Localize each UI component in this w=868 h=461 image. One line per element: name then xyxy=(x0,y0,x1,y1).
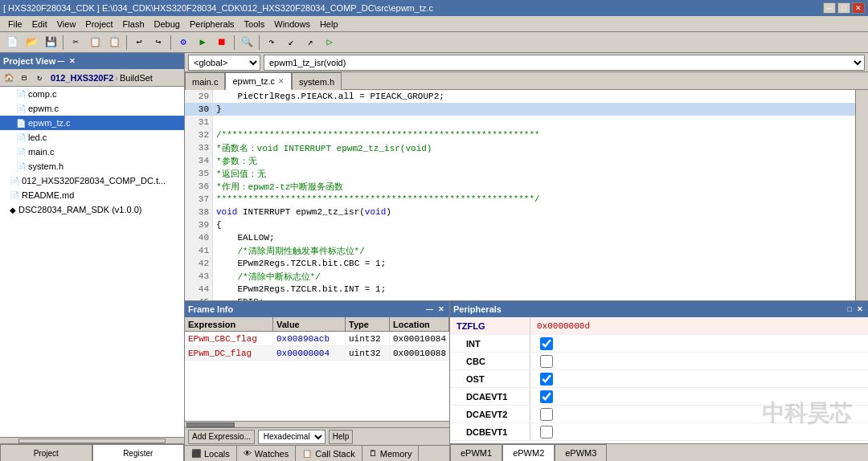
tab-memory-label: Memory xyxy=(380,449,412,459)
code-line-44: EPwm2Regs.TZCLR.bit.INT = 1; xyxy=(213,283,855,296)
sidebar-title: Project View xyxy=(3,56,55,66)
tab-system-h[interactable]: system.h xyxy=(292,72,342,90)
tree-item-epwm-tz[interactable]: 📄 epwm_tz.c xyxy=(0,116,184,130)
menu-tools[interactable]: Tools xyxy=(240,18,270,30)
code-line-40: EALLOW; xyxy=(213,231,855,244)
menu-peripherals[interactable]: Peripherals xyxy=(185,18,240,30)
peripherals-collapse-btn[interactable]: □ xyxy=(846,305,854,313)
ln-38: 38 xyxy=(185,206,212,218)
peri-check-ost[interactable] xyxy=(540,373,553,386)
peri-name-dcaevt1: DCAEVT1 xyxy=(450,388,530,405)
sidebar-collapse-btn[interactable]: — xyxy=(55,57,66,65)
undo-button[interactable]: ↩ xyxy=(130,35,148,51)
tab-memory[interactable]: 🗒 Memory xyxy=(362,446,420,461)
tab-label-main: main.c xyxy=(192,77,218,87)
step-into-button[interactable]: ↙ xyxy=(282,35,300,51)
tree-item-sdk[interactable]: ◆ DSC28034_RAM_SDK (v1.0.0) xyxy=(0,202,184,217)
scrollbar-thumb[interactable] xyxy=(186,422,235,427)
debug-run-button[interactable]: ▶ xyxy=(194,35,211,51)
peripherals-close-btn[interactable]: ✕ xyxy=(855,305,865,313)
sidebar-home-btn[interactable]: 🏠 xyxy=(2,71,16,85)
ln-37: 37 xyxy=(185,193,212,206)
minimize-button[interactable]: ─ xyxy=(823,2,836,14)
tree-item-system[interactable]: 📄 system.h xyxy=(0,159,184,173)
new-button[interactable]: 📄 xyxy=(3,35,21,51)
help-btn[interactable]: Help xyxy=(329,430,354,444)
menu-view[interactable]: View xyxy=(52,18,81,30)
col-type: Type xyxy=(346,317,390,331)
peri-check-dcaevt2[interactable] xyxy=(540,408,553,421)
build-button[interactable]: ⚙ xyxy=(174,35,192,51)
peri-tab-epwm3[interactable]: ePWM3 xyxy=(555,444,607,461)
tab-close-epwm-tz[interactable]: ✕ xyxy=(278,77,285,85)
frame-scrollbar[interactable] xyxy=(185,421,449,427)
menu-project[interactable]: Project xyxy=(80,18,117,30)
menu-help[interactable]: Help xyxy=(315,18,343,30)
menu-edit[interactable]: Edit xyxy=(27,18,52,30)
tab-label-epwm-tz: epwm_tz.c xyxy=(232,76,275,86)
peri-check-cbc[interactable] xyxy=(540,355,553,368)
code-editor[interactable]: 29 30 31 32 33 34 35 36 37 38 39 40 41 4… xyxy=(185,90,855,300)
peri-check-dcbevt1[interactable] xyxy=(540,426,553,439)
file-icon-readme: 📄 xyxy=(10,191,19,200)
tab-locals[interactable]: ⬛ Locals xyxy=(185,446,237,461)
sidebar-close-btn[interactable]: ✕ xyxy=(68,57,77,65)
cut-button[interactable]: ✂ xyxy=(67,35,84,51)
tab-epwm-tz-c[interactable]: epwm_tz.c ✕ xyxy=(225,72,292,90)
menu-flash[interactable]: Flash xyxy=(118,18,149,30)
tree-item-readme[interactable]: 📄 README.md xyxy=(0,188,184,202)
frame-close-btn[interactable]: ✕ xyxy=(436,305,446,313)
file-icon-sdk: ◆ xyxy=(10,206,16,214)
copy-button[interactable]: 📋 xyxy=(86,35,104,51)
upper-content: 29 30 31 32 33 34 35 36 37 38 39 40 41 4… xyxy=(185,90,868,300)
search-button[interactable]: 🔍 xyxy=(238,35,256,51)
buildset-label[interactable]: BuildSet xyxy=(120,73,153,83)
step-out-button[interactable]: ↗ xyxy=(301,35,319,51)
frame-expr-0: EPwm_CBC_flag xyxy=(185,332,273,345)
sidebar-collapse-all-btn[interactable]: ⊟ xyxy=(17,71,31,85)
save-button[interactable]: 💾 xyxy=(42,35,59,51)
menu-debug[interactable]: Debug xyxy=(149,18,185,30)
peri-tab-epwm1[interactable]: ePWM1 xyxy=(450,444,502,461)
tree-item-led[interactable]: 📄 led.c xyxy=(0,130,184,145)
resume-button[interactable]: ▷ xyxy=(321,35,338,51)
function-combo[interactable]: epwm1_tz_isr(void) xyxy=(264,55,865,71)
sidebar-tab-register[interactable]: Register xyxy=(92,444,185,461)
tree-item-comp[interactable]: 📄 comp.c xyxy=(0,87,184,101)
menu-file[interactable]: File xyxy=(3,18,27,30)
add-expression-btn[interactable]: Add Expressio... xyxy=(188,430,255,444)
open-button[interactable]: 📂 xyxy=(23,35,40,51)
ln-35: 35 xyxy=(185,167,212,180)
ln-34: 34 xyxy=(185,154,212,167)
peri-check-dcaevt1[interactable] xyxy=(540,390,553,403)
tree-item-main[interactable]: 📄 main.c xyxy=(0,145,184,159)
peri-name-dcaevt2: DCAEVT2 xyxy=(450,406,530,422)
sidebar-tab-project[interactable]: Project xyxy=(0,444,92,461)
root-label[interactable]: 012_HXS320F2 xyxy=(51,73,113,83)
tree-label-main: main.c xyxy=(28,147,54,157)
maximize-button[interactable]: □ xyxy=(837,2,850,14)
step-over-button[interactable]: ↷ xyxy=(263,35,280,51)
peri-tab-epwm2[interactable]: ePWM2 xyxy=(502,444,555,461)
tree-item-epwm[interactable]: 📄 epwm.c xyxy=(0,101,184,116)
format-combo[interactable]: Hexadecimal xyxy=(258,430,326,444)
redo-button[interactable]: ↪ xyxy=(149,35,167,51)
tab-watches[interactable]: 👁 Watches xyxy=(237,446,296,461)
code-line-36: *作用：epwm2-tz中断服务函数 xyxy=(213,180,855,193)
close-button[interactable]: ✕ xyxy=(852,2,865,14)
code-line-35: *返回值：无 xyxy=(213,167,855,180)
frame-loc-1: 0x00010088 xyxy=(390,346,449,360)
frame-collapse-btn[interactable]: — xyxy=(424,305,435,313)
code-scrollbar[interactable] xyxy=(855,90,868,300)
peri-check-int[interactable] xyxy=(540,337,553,350)
sidebar-sync-btn[interactable]: ↻ xyxy=(32,71,47,85)
paste-button[interactable]: 📋 xyxy=(105,35,123,51)
frame-row-1: EPwm_DC_flag 0x00000004 uint32 0x0001008… xyxy=(185,346,449,361)
tree-item-project-file[interactable]: 📄 012_HXS320F28034_COMP_DC.t... xyxy=(0,173,184,188)
sidebar-tree: 📄 comp.c 📄 epwm.c 📄 epwm_tz.c 📄 led.c 📄 … xyxy=(0,87,184,437)
tab-callstack[interactable]: 📋 Call Stack xyxy=(296,446,362,461)
tab-main-c[interactable]: main.c xyxy=(185,72,225,90)
global-combo[interactable]: <global> xyxy=(188,55,260,71)
menu-windows[interactable]: Windows xyxy=(269,18,315,30)
debug-stop-button[interactable]: ⏹ xyxy=(213,35,231,51)
